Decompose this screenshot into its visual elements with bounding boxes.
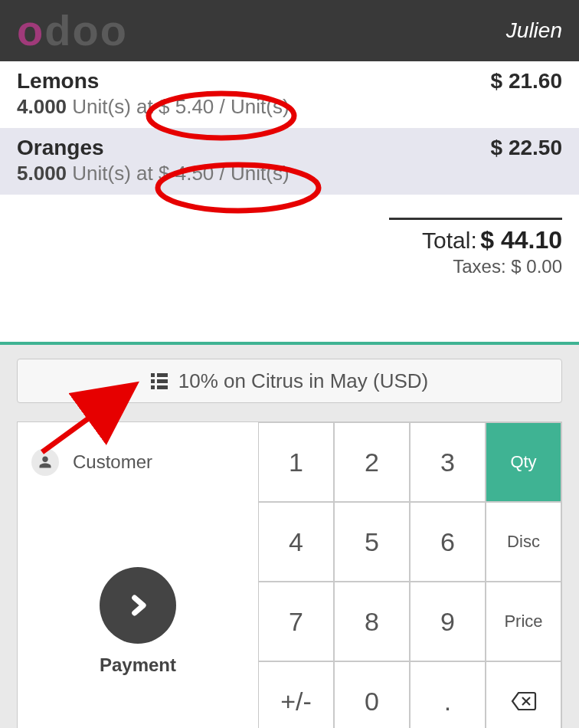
numpad-0[interactable]: 0 <box>334 661 410 728</box>
customer-button[interactable]: Customer <box>18 422 258 502</box>
numpad-8[interactable]: 8 <box>334 582 410 661</box>
numpad-9[interactable]: 9 <box>410 582 486 661</box>
order-line[interactable]: Oranges $ 22.50 5.000 Unit(s) at $ 4.50 … <box>0 128 579 195</box>
numpad-3[interactable]: 3 <box>410 422 486 502</box>
numpad-plusminus[interactable]: +/- <box>258 661 334 728</box>
mode-price-button[interactable]: Price <box>486 582 561 661</box>
numpad-1[interactable]: 1 <box>258 422 334 502</box>
user-icon <box>31 448 59 476</box>
payment-label: Payment <box>100 654 176 676</box>
numpad-4[interactable]: 4 <box>258 502 334 582</box>
taxes-label: Taxes: <box>453 256 505 277</box>
line-detail: 5.000 Unit(s) at $ 4.50 / Unit(s) <box>17 162 562 185</box>
numpad-backspace[interactable] <box>486 661 561 728</box>
pricelist-button[interactable]: 10% on Citrus in May (USD) <box>17 359 562 403</box>
numpad-2[interactable]: 2 <box>334 422 410 502</box>
pricelist-label: 10% on Citrus in May (USD) <box>178 369 429 393</box>
order-totals: Total: $ 44.10 Taxes: $ 0.00 <box>389 218 562 277</box>
numpad-7[interactable]: 7 <box>258 582 334 661</box>
numpad-6[interactable]: 6 <box>410 502 486 582</box>
product-name: Oranges <box>17 136 104 160</box>
payment-button[interactable]: Payment <box>18 502 258 728</box>
chevron-right-icon <box>100 567 176 644</box>
customer-label: Customer <box>73 451 152 473</box>
actionpad-area: 10% on Citrus in May (USD) Customer 1 2 … <box>0 342 579 728</box>
mode-qty-button[interactable]: Qty <box>486 422 561 502</box>
total-label: Total: <box>422 228 477 253</box>
taxes-value: $ 0.00 <box>511 256 562 277</box>
odoo-logo: odoo <box>17 9 126 52</box>
username-label[interactable]: Julien <box>506 18 562 43</box>
order-line[interactable]: Lemons $ 21.60 4.000 Unit(s) at $ 5.40 /… <box>0 61 579 128</box>
mode-disc-button[interactable]: Disc <box>486 502 561 582</box>
product-name: Lemons <box>17 69 99 93</box>
list-icon <box>151 373 168 389</box>
backspace-icon <box>511 691 537 711</box>
numpad-5[interactable]: 5 <box>334 502 410 582</box>
line-detail: 4.000 Unit(s) at $ 5.40 / Unit(s) <box>17 95 562 119</box>
order-lines: Lemons $ 21.60 4.000 Unit(s) at $ 5.40 /… <box>0 61 579 195</box>
app-header: odoo Julien <box>0 0 579 61</box>
line-subtotal: $ 21.60 <box>491 69 562 93</box>
total-value: $ 44.10 <box>480 226 562 254</box>
line-subtotal: $ 22.50 <box>491 136 562 160</box>
numpad-dot[interactable]: . <box>410 661 486 728</box>
numpad: Customer 1 2 3 Qty Payment 4 5 6 Disc 7 … <box>17 421 562 728</box>
